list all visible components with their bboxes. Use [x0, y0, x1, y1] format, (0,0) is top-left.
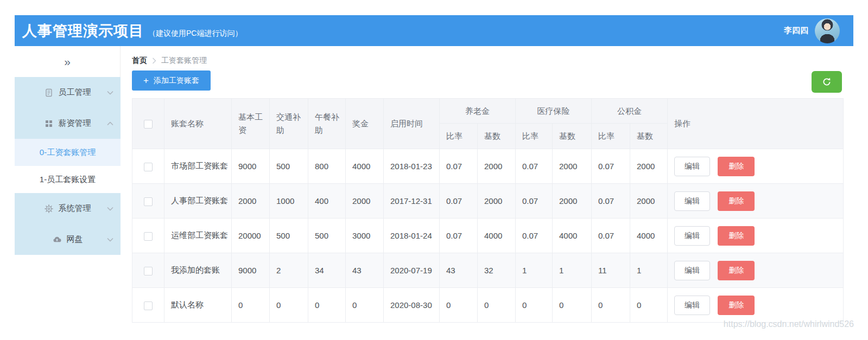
cell-transport: 1000: [270, 184, 308, 219]
add-payroll-account-button[interactable]: + 添加工资账套: [132, 70, 211, 91]
cell-fund-base: 2000: [630, 149, 668, 184]
col-header-fund-rate: 比率: [592, 124, 630, 149]
row-checkbox[interactable]: [144, 197, 153, 206]
edit-button[interactable]: 编辑: [674, 296, 710, 315]
sidebar-item-payroll-account-mgmt[interactable]: 0-工资套账管理: [15, 139, 121, 166]
row-checkbox[interactable]: [144, 301, 153, 310]
table-header: 账套名称 基本工资 交通补助 午餐补助 奖金 启用时间 养老金 医疗保险 公积金…: [132, 99, 844, 149]
cell-transport: 500: [270, 149, 308, 184]
row-checkbox[interactable]: [144, 163, 153, 171]
sidebar-item-system-mgmt[interactable]: 系统管理: [15, 193, 121, 224]
col-header-account-name: 账套名称: [164, 99, 232, 149]
select-all-checkbox[interactable]: [144, 120, 153, 129]
cell-base-salary: 9000: [232, 253, 270, 288]
cell-base-salary: 9000: [232, 149, 270, 184]
add-button-label: 添加工资账套: [154, 76, 199, 86]
cell-account-name: 我添加的套账: [164, 253, 232, 288]
col-header-transport: 交通补助: [270, 99, 308, 149]
sidebar: » 员工管理 薪资管理 0-工: [15, 46, 121, 255]
sidebar-item-salary-mgmt[interactable]: 薪资管理: [15, 108, 121, 139]
sidebar-item-label: 网盘: [67, 234, 83, 245]
sidebar-item-employee-mgmt[interactable]: 员工管理: [15, 77, 121, 108]
sidebar-item-employee-account-settings[interactable]: 1-员工套账设置: [15, 166, 121, 193]
sidebar-item-label: 系统管理: [59, 203, 91, 214]
edit-button[interactable]: 编辑: [674, 157, 710, 176]
cell-bonus: 0: [346, 288, 384, 323]
cell-pension-base: 4000: [478, 219, 516, 253]
cell-medical-base: 1: [553, 253, 592, 288]
cell-fund-base: 4000: [630, 219, 668, 253]
sidebar-menu: 员工管理 薪资管理 0-工资套账管理 1-员工套账设置: [15, 77, 121, 255]
col-header-pension-rate: 比率: [440, 124, 478, 149]
cell-fund-base: 0: [630, 288, 668, 323]
edit-button[interactable]: 编辑: [674, 191, 710, 211]
cell-base-salary: 20000: [232, 219, 270, 253]
edit-button[interactable]: 编辑: [674, 226, 710, 246]
cell-medical-rate: 1: [516, 253, 553, 288]
collapse-sidebar-icon[interactable]: »: [64, 56, 71, 67]
sidebar-item-netdisk[interactable]: 网盘: [15, 224, 121, 255]
cell-account-name: 运维部工资账套: [164, 219, 232, 253]
delete-button[interactable]: 删除: [718, 261, 755, 280]
chevron-right-icon: [152, 57, 156, 64]
payroll-table: 账套名称 基本工资 交通补助 午餐补助 奖金 启用时间 养老金 医疗保险 公积金…: [132, 98, 844, 323]
app-subtitle: （建议使用PC端进行访问）: [148, 29, 242, 39]
cell-fund-base: 2000: [630, 184, 668, 219]
edit-button[interactable]: 编辑: [674, 261, 710, 280]
username: 李四四: [784, 25, 808, 36]
cell-lunch: 500: [308, 219, 346, 253]
table-row: 人事部工资账套 2000 1000 400 2000 2017-12-31 0.…: [132, 184, 844, 219]
app-header: 人事管理演示项目 （建议使用PC端进行访问） 李四四: [15, 15, 853, 46]
sidebar-subitem-label: 0-工资套账管理: [40, 147, 96, 158]
row-checkbox[interactable]: [144, 232, 153, 241]
col-header-medical-base: 基数: [553, 124, 592, 149]
gear-icon: [45, 204, 53, 213]
delete-button[interactable]: 删除: [718, 157, 755, 176]
title-wrap: 人事管理演示项目 （建议使用PC端进行访问）: [15, 21, 242, 41]
cell-medical-base: 0: [553, 288, 592, 323]
cell-lunch: 34: [308, 253, 346, 288]
cell-start-date: 2020-07-19: [384, 253, 440, 288]
cell-fund-rate: 0.07: [592, 149, 630, 184]
breadcrumb-home[interactable]: 首页: [132, 56, 147, 66]
delete-button[interactable]: 删除: [718, 191, 755, 211]
cell-start-date: 2018-01-23: [384, 149, 440, 184]
sidebar-collapse-bar: »: [15, 46, 121, 77]
row-checkbox[interactable]: [144, 267, 153, 275]
cell-fund-rate: 11: [592, 253, 630, 288]
refresh-icon: [822, 77, 832, 87]
cell-medical-rate: 0.07: [516, 149, 553, 184]
cell-start-date: 2017-12-31: [384, 184, 440, 219]
cell-medical-base: 2000: [553, 184, 592, 219]
col-header-actions: 操作: [668, 99, 844, 149]
cell-fund-rate: 0.07: [592, 219, 630, 253]
cell-bonus: 2000: [346, 184, 384, 219]
sidebar-item-label: 薪资管理: [59, 118, 91, 129]
cell-pension-base: 32: [478, 253, 516, 288]
cell-lunch: 0: [308, 288, 346, 323]
sidebar-item-label: 员工管理: [59, 87, 91, 98]
cell-start-date: 2018-01-24: [384, 219, 440, 253]
cell-account-name: 默认名称: [164, 288, 232, 323]
col-header-fund-base: 基数: [630, 124, 668, 149]
cell-bonus: 43: [346, 253, 384, 288]
cell-bonus: 4000: [346, 149, 384, 184]
cell-pension-base: 2000: [478, 184, 516, 219]
delete-button[interactable]: 删除: [718, 296, 755, 315]
user-avatar[interactable]: [815, 18, 840, 43]
col-header-bonus: 奖金: [346, 99, 384, 149]
refresh-button[interactable]: [812, 71, 842, 93]
col-header-medical-rate: 比率: [516, 124, 553, 149]
delete-button[interactable]: 删除: [718, 226, 755, 246]
cell-account-name: 市场部工资账套: [164, 149, 232, 184]
chevron-down-icon: [107, 207, 113, 210]
breadcrumb-current: 工资套账管理: [161, 56, 207, 66]
chevron-down-icon: [107, 91, 113, 94]
cloud-upload-icon: [53, 235, 61, 244]
table-row: 我添加的套账 9000 2 34 43 2020-07-19 43 32 1 1…: [132, 253, 844, 288]
sidebar-subitem-label: 1-员工套账设置: [40, 175, 96, 185]
col-group-medical: 医疗保险: [516, 99, 592, 124]
col-header-pension-base: 基数: [478, 124, 516, 149]
breadcrumb: 首页 工资套账管理: [132, 56, 207, 66]
cell-bonus: 3000: [346, 219, 384, 253]
